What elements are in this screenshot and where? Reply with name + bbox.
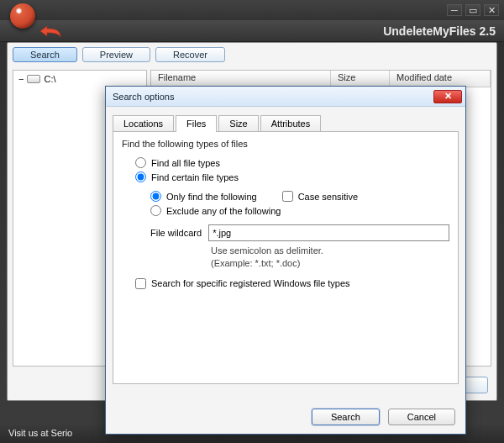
undo-arrow-icon xyxy=(39,24,62,38)
col-filename[interactable]: Filename xyxy=(151,71,331,87)
radio-find-all[interactable]: Find all file types xyxy=(135,157,449,168)
tab-size[interactable]: Size xyxy=(218,115,258,132)
tab-preview[interactable]: Preview xyxy=(82,47,150,62)
close-window-button[interactable]: ✕ xyxy=(484,4,499,16)
radio-find-certain-input[interactable] xyxy=(135,171,146,182)
grid-header: Filename Size Modified date xyxy=(151,71,491,87)
wildcard-hint: Use semicolon as delimiter. (Example: *.… xyxy=(211,245,449,270)
radio-find-certain-label: Find certain file types xyxy=(151,172,239,182)
radio-find-certain[interactable]: Find certain file types xyxy=(135,171,449,182)
dialog-cancel-button[interactable]: Cancel xyxy=(388,409,455,425)
radio-exclude-label: Exclude any of the following xyxy=(166,206,281,216)
drive-label: C:\ xyxy=(44,74,55,84)
close-icon: ✕ xyxy=(444,91,452,102)
footer-text: Visit us at Serio xyxy=(8,428,72,438)
sub-row-only: Only find the following Case sensitive xyxy=(150,191,449,202)
wildcard-row: File wildcard xyxy=(150,224,449,241)
radio-find-all-label: Find all file types xyxy=(151,158,220,168)
tabpane-files: Find the following types of files Find a… xyxy=(113,132,459,384)
radio-exclude-following[interactable]: Exclude any of the following xyxy=(150,205,449,216)
tab-search[interactable]: Search xyxy=(13,47,77,62)
minimize-button[interactable]: ─ xyxy=(447,4,462,16)
main-toolbar: Search Preview Recover xyxy=(8,43,496,66)
radio-only-label: Only find the following xyxy=(166,192,257,202)
tab-locations[interactable]: Locations xyxy=(113,115,174,132)
hint-line-2: (Example: *.txt; *.doc) xyxy=(211,257,449,270)
dialog-button-row: Search Cancel xyxy=(312,409,455,425)
dialog-close-button[interactable]: ✕ xyxy=(433,90,462,103)
dialog-search-button[interactable]: Search xyxy=(312,409,380,425)
brand-bar: UndeleteMyFiles 2.5 xyxy=(0,20,504,42)
expand-icon: − xyxy=(18,74,24,84)
checkbox-case-sensitive-label: Case sensitive xyxy=(298,192,359,202)
app-title: UndeleteMyFiles 2.5 xyxy=(383,24,496,38)
radio-only-following[interactable]: Only find the following xyxy=(150,191,257,202)
checkbox-case-sensitive[interactable]: Case sensitive xyxy=(282,191,359,202)
checkbox-registered-input[interactable] xyxy=(135,278,146,289)
wildcard-label: File wildcard xyxy=(150,228,202,238)
checkbox-registered-label: Search for specific registered Windows f… xyxy=(151,278,350,288)
tree-item-c-drive[interactable]: − C:\ xyxy=(18,74,141,84)
col-modified[interactable]: Modified date xyxy=(390,71,491,87)
tab-recover[interactable]: Recover xyxy=(155,47,225,62)
instruction-label: Find the following types of files xyxy=(122,139,449,149)
wildcard-input[interactable] xyxy=(208,224,449,241)
checkbox-case-sensitive-input[interactable] xyxy=(282,191,293,202)
hint-line-1: Use semicolon as delimiter. xyxy=(211,245,449,257)
maximize-button[interactable]: ▭ xyxy=(465,4,480,16)
dialog-titlebar: Search options ✕ xyxy=(106,87,465,107)
certain-subgroup: Only find the following Case sensitive E… xyxy=(150,191,449,289)
radio-exclude-input[interactable] xyxy=(150,205,161,216)
checkbox-registered-types[interactable]: Search for specific registered Windows f… xyxy=(135,278,449,289)
dialog-tabstrip: Locations Files Size Attributes xyxy=(113,112,459,132)
app-logo-icon xyxy=(10,3,35,29)
dialog-title: Search options xyxy=(113,92,174,102)
search-options-dialog: Search options ✕ Locations Files Size At… xyxy=(105,86,466,435)
col-size[interactable]: Size xyxy=(331,71,390,87)
window-titlebar: ─ ▭ ✕ xyxy=(0,0,504,20)
radio-only-input[interactable] xyxy=(150,191,161,202)
radio-find-all-input[interactable] xyxy=(135,157,146,168)
drive-icon xyxy=(27,75,40,83)
tab-files[interactable]: Files xyxy=(176,115,217,132)
tab-attributes[interactable]: Attributes xyxy=(260,115,321,132)
